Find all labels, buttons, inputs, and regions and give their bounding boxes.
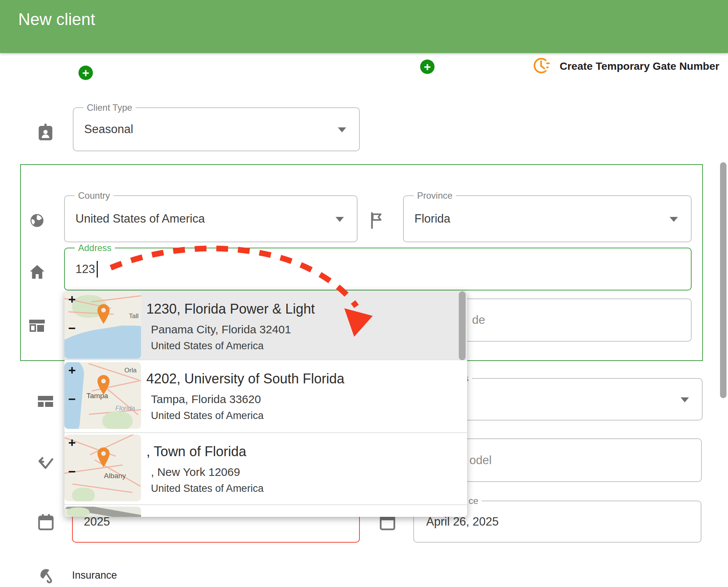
flag-icon (369, 211, 383, 231)
map-zoom-out-button[interactable]: − (68, 393, 76, 405)
suggestion-city: Tampa, Florida 33620 (151, 393, 261, 406)
calendar-icon-left (38, 513, 54, 532)
postal-code-placeholder-fragment: de (472, 313, 485, 327)
client-type-select[interactable]: Client Type Seasonal (73, 107, 360, 151)
map-zoom-out-button[interactable]: − (68, 466, 76, 477)
insurance-label: Insurance (72, 570, 117, 581)
address-input[interactable]: Address 123 (64, 248, 692, 290)
province-label: Province (414, 190, 456, 201)
map-label: Tall (129, 312, 139, 320)
suggestion-row[interactable]: Orla Tampa Florida + − 4202, University … (64, 360, 467, 432)
map-label: Albany (104, 472, 126, 480)
add-client-type-button[interactable]: + (78, 66, 93, 80)
suggestion-city: , New York 12069 (151, 466, 240, 479)
province-value: Florida (414, 212, 450, 226)
create-temporary-gate-number-button[interactable]: Create Temporary Gate Number (532, 57, 719, 76)
map-pin-icon (97, 375, 110, 395)
suggestion-row[interactable] (64, 505, 467, 517)
suggestion-row[interactable]: Albany + − , Town of Florida , New York … (64, 433, 467, 504)
temporary-clock-icon (532, 57, 550, 76)
map-thumbnail[interactable]: Albany + − (64, 435, 141, 501)
chevron-down-icon (338, 127, 346, 132)
suggestion-title: 1230, Florida Power & Light (146, 301, 315, 317)
map-zoom-in-button[interactable]: + (68, 294, 76, 305)
page-scrollbar[interactable] (720, 162, 726, 398)
map-thumbnail[interactable]: Orla Tampa Florida + − (64, 362, 141, 429)
map-pin-icon (97, 447, 110, 467)
suggestion-city: Panama City, Florida 32401 (151, 323, 291, 336)
suggestion-country: United States of America (151, 483, 264, 494)
address-suggestions-panel: Tall + − 1230, Florida Power & Light Pan… (64, 290, 467, 517)
text-cursor (97, 261, 98, 278)
model-placeholder-fragment: odel (469, 454, 492, 467)
chevron-down-icon (336, 217, 344, 222)
chevron-down-icon (681, 397, 689, 402)
client-type-value: Seasonal (84, 122, 133, 136)
map-zoom-in-button[interactable]: + (68, 437, 76, 448)
client-badge-icon (38, 124, 53, 143)
country-label: Country (75, 190, 113, 201)
suggestions-scrollbar[interactable] (459, 291, 466, 360)
map-thumbnail[interactable] (64, 507, 141, 517)
map-label: Orla (124, 367, 136, 374)
suggestion-country: United States of America (151, 410, 264, 422)
suggestion-row[interactable]: Tall + − 1230, Florida Power & Light Pan… (64, 290, 467, 359)
address-label: Address (75, 243, 115, 253)
chevron-down-icon (670, 217, 678, 222)
country-value: United States of America (75, 212, 205, 226)
app-header: New client (0, 0, 728, 53)
address-value: 123 (75, 262, 95, 276)
suggestion-title: 4202, University of South Florida (146, 371, 344, 387)
suggestion-title: , Town of Florida (146, 444, 246, 460)
layout-columns-icon (38, 396, 53, 409)
province-select[interactable]: Province Florida (403, 195, 692, 242)
home-icon (29, 264, 46, 281)
map-pin-icon (97, 304, 110, 324)
end-date-label-fragment: ce (465, 496, 482, 506)
new-client-screen: New client + + Create Temporary Gate Num… (0, 0, 728, 587)
country-select[interactable]: Country United States of America (64, 195, 358, 242)
map-zoom-out-button[interactable]: − (68, 322, 76, 334)
map-thumbnail[interactable]: Tall + − (64, 291, 141, 359)
map-zoom-in-button[interactable]: + (68, 364, 76, 376)
create-gate-label: Create Temporary Gate Number (560, 60, 719, 72)
client-type-label: Client Type (83, 102, 136, 113)
add-secondary-button[interactable]: + (420, 60, 435, 74)
globe-icon (30, 213, 44, 229)
storefront-icon (28, 318, 46, 335)
map-label: Florida (115, 405, 135, 412)
insurance-umbrella-icon (38, 567, 54, 587)
check-arrow-icon (37, 456, 54, 472)
page-title: New client (18, 10, 95, 29)
suggestion-country: United States of America (151, 340, 264, 352)
